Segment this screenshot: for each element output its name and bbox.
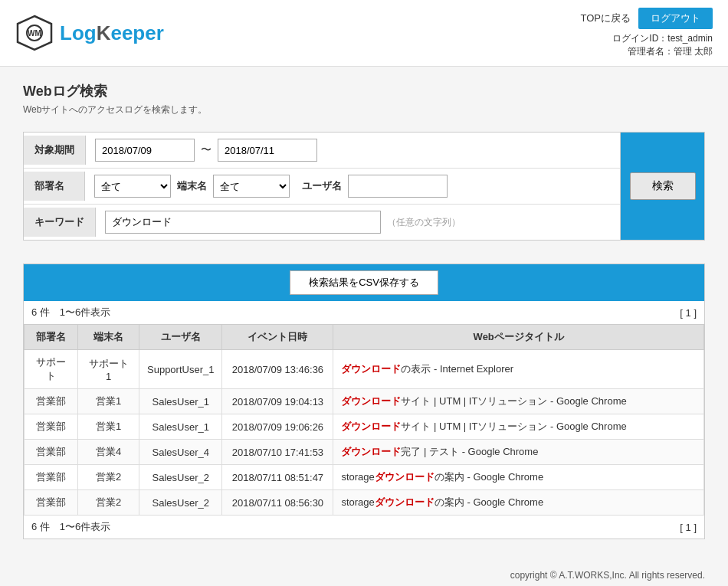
header: WM Log K eeper TOPに戻る ログアウト ログインID：test_… bbox=[0, 0, 728, 67]
search-button[interactable]: 検索 bbox=[630, 172, 696, 200]
terminal-select[interactable]: 全て bbox=[213, 175, 290, 198]
header-right: TOPに戻る ログアウト ログインID：test_admin 管理者名：管理 太… bbox=[581, 8, 713, 58]
cell-terminal: 営業1 bbox=[78, 389, 139, 414]
tilde: 〜 bbox=[201, 143, 212, 157]
form-fields: 対象期間 〜 部署名 全て 端末名 全て ユーザ bbox=[24, 133, 620, 240]
pagination-bottom: [ 1 ] bbox=[680, 522, 697, 533]
cell-title: ダウンロードサイト | UTM | ITソリューション - Google Chr… bbox=[333, 389, 704, 414]
top-back-link[interactable]: TOPに戻る bbox=[581, 11, 631, 25]
cell-username: SalesUser_1 bbox=[139, 414, 222, 440]
cell-username: SalesUser_2 bbox=[139, 490, 222, 516]
logo: WM Log K eeper bbox=[15, 14, 164, 52]
cell-datetime: 2018/07/10 17:41:53 bbox=[222, 440, 333, 465]
username-input[interactable] bbox=[348, 175, 448, 198]
cell-username: SalesUser_1 bbox=[139, 389, 222, 414]
dept-select[interactable]: 全て bbox=[94, 175, 171, 198]
highlight-keyword: ダウンロード bbox=[341, 395, 401, 407]
logout-button[interactable]: ログアウト bbox=[638, 8, 713, 29]
th-title: Webページタイトル bbox=[333, 325, 704, 350]
pagination-top: [ 1 ] bbox=[680, 307, 697, 319]
period-content: 〜 bbox=[86, 133, 620, 168]
keyword-input[interactable] bbox=[105, 211, 381, 234]
table-header-row: 部署名 端末名 ユーザ名 イベント日時 Webページタイトル bbox=[25, 325, 704, 350]
login-id-info: ログインID：test_admin bbox=[581, 32, 713, 45]
username-label: ユーザ名 bbox=[302, 179, 342, 193]
terminal-label: 端末名 bbox=[177, 179, 207, 193]
table-row: サポートサポート1SupportUser_12018/07/09 13:46:3… bbox=[25, 350, 704, 389]
cell-dept: 営業部 bbox=[25, 465, 78, 490]
cell-dept: 営業部 bbox=[25, 414, 78, 440]
result-info-top: 6 件 1〜6件表示 [ 1 ] bbox=[24, 301, 704, 324]
table-row: 営業部営業2SalesUser_22018/07/11 08:51:47stor… bbox=[25, 465, 704, 490]
th-datetime: イベント日時 bbox=[222, 325, 333, 350]
cell-datetime: 2018/07/11 08:56:30 bbox=[222, 490, 333, 516]
dept-content: 全て 端末名 全て ユーザ名 bbox=[85, 169, 620, 204]
cell-dept: 営業部 bbox=[25, 389, 78, 414]
result-area: 検索結果をCSV保存する 6 件 1〜6件表示 [ 1 ] 部署名 端末名 ユー… bbox=[23, 264, 705, 539]
period-from-input[interactable] bbox=[95, 139, 195, 162]
cell-dept: 営業部 bbox=[25, 440, 78, 465]
cell-terminal: 営業4 bbox=[78, 440, 139, 465]
cell-terminal: サポート1 bbox=[78, 350, 139, 389]
logo-text: Log K eeper bbox=[60, 21, 164, 45]
copyright: copyright © A.T.WORKS,Inc. All rights re… bbox=[510, 570, 705, 581]
th-terminal: 端末名 bbox=[78, 325, 139, 350]
highlight-keyword: ダウンロード bbox=[341, 363, 401, 375]
cell-datetime: 2018/07/09 13:46:36 bbox=[222, 350, 333, 389]
keyword-content: （任意の文字列） bbox=[96, 205, 620, 240]
th-dept: 部署名 bbox=[25, 325, 78, 350]
cell-title: storageダウンロードの案内 - Google Chrome bbox=[333, 490, 704, 516]
cell-dept: 営業部 bbox=[25, 490, 78, 516]
footer: copyright © A.T.WORKS,Inc. All rights re… bbox=[0, 555, 728, 586]
cell-title: storageダウンロードの案内 - Google Chrome bbox=[333, 465, 704, 490]
period-label: 対象期間 bbox=[24, 136, 86, 165]
cell-datetime: 2018/07/11 08:51:47 bbox=[222, 465, 333, 490]
highlight-keyword: ダウンロード bbox=[375, 471, 435, 483]
keyword-label: キーワード bbox=[24, 208, 96, 237]
result-count-bottom: 6 件 1〜6件表示 bbox=[31, 520, 110, 534]
th-username: ユーザ名 bbox=[139, 325, 222, 350]
cell-title: ダウンロードの表示 - Internet Explorer bbox=[333, 350, 704, 389]
search-btn-wrapper: 検索 bbox=[620, 133, 704, 240]
result-count-top: 6 件 1〜6件表示 bbox=[31, 306, 110, 319]
highlight-keyword: ダウンロード bbox=[375, 496, 435, 508]
page-title: Webログ検索 bbox=[23, 82, 705, 100]
highlight-keyword: ダウンロード bbox=[341, 446, 401, 457]
cell-datetime: 2018/07/09 19:06:26 bbox=[222, 414, 333, 440]
table-row: 営業部営業4SalesUser_42018/07/10 17:41:53ダウンロ… bbox=[25, 440, 704, 465]
period-row: 対象期間 〜 bbox=[24, 133, 620, 169]
dept-row: 部署名 全て 端末名 全て ユーザ名 bbox=[24, 169, 620, 205]
admin-name-info: 管理者名：管理 太郎 bbox=[581, 45, 713, 58]
logo-icon: WM bbox=[15, 14, 54, 52]
period-to-input[interactable] bbox=[218, 139, 317, 162]
header-top-links: TOPに戻る ログアウト bbox=[581, 8, 713, 29]
result-info-bottom: 6 件 1〜6件表示 [ 1 ] bbox=[24, 516, 704, 539]
csv-bar: 検索結果をCSV保存する bbox=[24, 264, 704, 301]
keyword-row: キーワード （任意の文字列） bbox=[24, 205, 620, 240]
dept-label: 部署名 bbox=[24, 172, 85, 201]
page-subtitle: Webサイトへのアクセスログを検索します。 bbox=[23, 103, 705, 116]
highlight-keyword: ダウンロード bbox=[341, 421, 401, 432]
search-form: 対象期間 〜 部署名 全て 端末名 全て ユーザ bbox=[23, 132, 705, 241]
cell-title: ダウンロード完了 | テスト - Google Chrome bbox=[333, 440, 704, 465]
cell-datetime: 2018/07/09 19:04:13 bbox=[222, 389, 333, 414]
cell-title: ダウンロードサイト | UTM | ITソリューション - Google Chr… bbox=[333, 414, 704, 440]
main-content: Webログ検索 Webサイトへのアクセスログを検索します。 対象期間 〜 部署名… bbox=[0, 67, 728, 555]
table-row: 営業部営業2SalesUser_22018/07/11 08:56:30stor… bbox=[25, 490, 704, 516]
result-table: 部署名 端末名 ユーザ名 イベント日時 Webページタイトル サポートサポート1… bbox=[24, 324, 704, 516]
table-row: 営業部営業1SalesUser_12018/07/09 19:06:26ダウンロ… bbox=[25, 414, 704, 440]
csv-save-button[interactable]: 検索結果をCSV保存する bbox=[290, 270, 438, 295]
cell-dept: サポート bbox=[25, 350, 78, 389]
cell-terminal: 営業2 bbox=[78, 490, 139, 516]
cell-terminal: 営業1 bbox=[78, 414, 139, 440]
optional-text: （任意の文字列） bbox=[387, 216, 461, 229]
cell-terminal: 営業2 bbox=[78, 465, 139, 490]
cell-username: SalesUser_2 bbox=[139, 465, 222, 490]
table-row: 営業部営業1SalesUser_12018/07/09 19:04:13ダウンロ… bbox=[25, 389, 704, 414]
cell-username: SupportUser_1 bbox=[139, 350, 222, 389]
svg-text:WM: WM bbox=[28, 29, 41, 38]
cell-username: SalesUser_4 bbox=[139, 440, 222, 465]
